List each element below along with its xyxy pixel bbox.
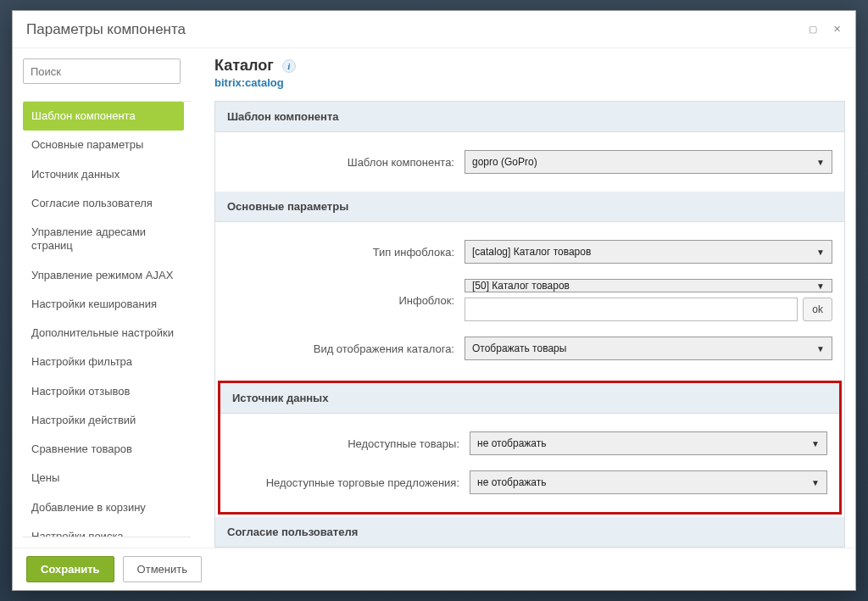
- sidebar: Шаблон компонентаОсновные параметрыИсточ…: [13, 48, 191, 548]
- input-iblock-filter[interactable]: [465, 298, 798, 321]
- params-container[interactable]: Шаблон компонента Шаблон компонента: gop…: [214, 101, 845, 548]
- select-value: gopro (GoPro): [472, 156, 537, 168]
- maximize-icon[interactable]: ▢: [808, 25, 818, 35]
- save-button[interactable]: Сохранить: [26, 556, 114, 582]
- chevron-down-icon: ▼: [811, 478, 820, 487]
- sidebar-nav[interactable]: Шаблон компонентаОсновные параметрыИсточ…: [23, 101, 191, 537]
- chevron-down-icon: ▼: [811, 439, 820, 448]
- cancel-button[interactable]: Отменить: [123, 556, 202, 582]
- section-body-main: Тип инфоблока: [catalog] Каталог товаров…: [215, 222, 844, 378]
- row-unavail-products: Недоступные товары: не отображать ▼: [232, 424, 827, 463]
- content-area: Каталог i bitrix:catalog Шаблон компонен…: [191, 48, 855, 548]
- label-unavail-offers: Недоступные торговые предложения:: [232, 476, 470, 489]
- row-view: Вид отображения каталога: Отображать тов…: [227, 329, 832, 368]
- close-icon[interactable]: ✕: [832, 25, 842, 35]
- label-iblock: Инфоблок:: [227, 294, 465, 307]
- label-view: Вид отображения каталога:: [227, 342, 465, 355]
- component-params-modal: Параметры компонента ▢ ✕ Шаблон компонен…: [12, 10, 856, 591]
- select-iblock[interactable]: [50] Каталог товаров ▼: [465, 279, 832, 292]
- sidebar-item[interactable]: Дополнительные настройки: [23, 319, 187, 348]
- select-value: не отображать: [477, 437, 547, 449]
- highlighted-section-source: Источник данных Недоступные товары: не о…: [218, 381, 842, 515]
- select-value: [50] Каталог товаров: [472, 280, 570, 292]
- component-code: bitrix:catalog: [214, 76, 845, 89]
- sidebar-item[interactable]: Управление режимом AJAX: [23, 261, 187, 290]
- sidebar-item[interactable]: Сравнение товаров: [23, 435, 187, 464]
- label-unavail-products: Недоступные товары:: [232, 437, 470, 450]
- section-header-source: Источник данных: [220, 383, 839, 414]
- sidebar-item[interactable]: Настройки действий: [23, 406, 187, 435]
- chevron-down-icon: ▼: [816, 248, 825, 257]
- sidebar-item[interactable]: Настройки кеширования: [23, 290, 187, 319]
- section-body-source: Недоступные товары: не отображать ▼ Недо…: [220, 414, 839, 512]
- select-value: Отображать товары: [472, 342, 566, 354]
- sidebar-item[interactable]: Шаблон компонента: [23, 102, 184, 131]
- component-header: Каталог i: [214, 57, 845, 75]
- sidebar-item[interactable]: Цены: [23, 464, 187, 492]
- row-unavail-offers: Недоступные торговые предложения: не ото…: [232, 463, 827, 502]
- select-ibtype[interactable]: [catalog] Каталог товаров ▼: [465, 240, 832, 264]
- sidebar-item[interactable]: Источник данных: [23, 160, 187, 189]
- label-template: Шаблон компонента:: [227, 156, 465, 169]
- chevron-down-icon: ▼: [816, 281, 825, 291]
- ok-button[interactable]: ok: [803, 298, 832, 321]
- section-header-consent: Согласие пользователя: [215, 517, 844, 548]
- row-iblock: Инфоблок: [50] Каталог товаров ▼ ok: [227, 271, 832, 329]
- section-header-template: Шаблон компонента: [215, 102, 844, 132]
- label-ibtype: Тип инфоблока:: [227, 246, 465, 259]
- component-title: Каталог: [214, 57, 274, 75]
- sidebar-item[interactable]: Настройки фильтра: [23, 348, 187, 376]
- sidebar-item[interactable]: Добавление в корзину: [23, 493, 187, 522]
- select-value: [catalog] Каталог товаров: [472, 246, 591, 258]
- modal-footer: Сохранить Отменить: [13, 548, 855, 590]
- modal-body: Шаблон компонентаОсновные параметрыИсточ…: [13, 48, 855, 548]
- search-input[interactable]: [23, 58, 181, 84]
- sidebar-item[interactable]: Настройки отзывов: [23, 377, 187, 406]
- row-ibtype: Тип инфоблока: [catalog] Каталог товаров…: [227, 232, 832, 271]
- sidebar-item[interactable]: Настройки поиска: [23, 522, 187, 537]
- select-template[interactable]: gopro (GoPro) ▼: [465, 150, 832, 174]
- section-body-template: Шаблон компонента: gopro (GoPro) ▼: [215, 132, 844, 192]
- chevron-down-icon: ▼: [816, 158, 825, 167]
- sidebar-item[interactable]: Согласие пользователя: [23, 189, 187, 218]
- section-header-main: Основные параметры: [215, 192, 844, 222]
- modal-title: Параметры компонента: [26, 21, 186, 38]
- select-unavail-offers[interactable]: не отображать ▼: [470, 470, 827, 494]
- select-value: не отображать: [477, 476, 547, 488]
- sidebar-item[interactable]: Основные параметры: [23, 131, 187, 159]
- select-view[interactable]: Отображать товары ▼: [465, 337, 832, 360]
- modal-header: Параметры компонента ▢ ✕: [13, 11, 855, 48]
- select-unavail-products[interactable]: не отображать ▼: [470, 431, 827, 455]
- sidebar-item[interactable]: Управление адресами страниц: [23, 218, 187, 261]
- row-template: Шаблон компонента: gopro (GoPro) ▼: [227, 142, 832, 181]
- chevron-down-icon: ▼: [816, 344, 825, 353]
- info-icon[interactable]: i: [282, 59, 296, 73]
- modal-window-controls: ▢ ✕: [808, 25, 842, 35]
